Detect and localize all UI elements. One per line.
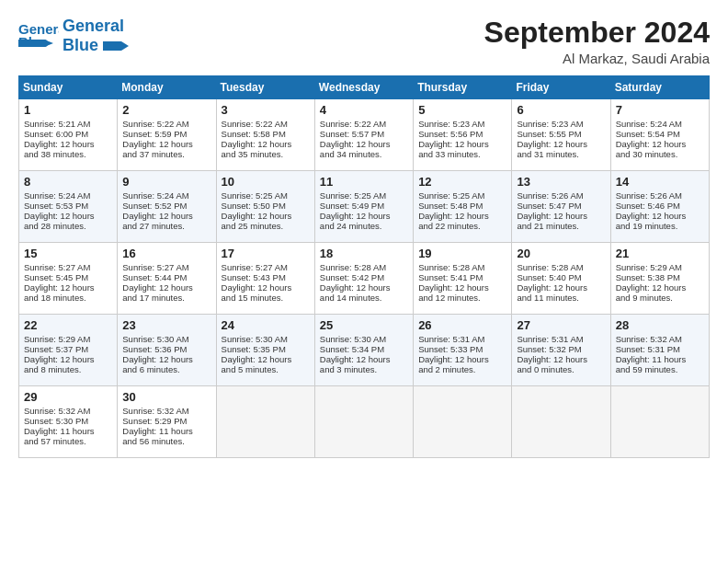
day-cell [414,386,512,458]
sunrise-line: Sunrise: 5:25 AM [418,190,506,201]
sunrise-line: Sunrise: 5:25 AM [320,190,408,201]
sunset-line: Sunset: 5:46 PM [616,201,704,211]
day-number: 5 [418,103,506,117]
daylight-line: Daylight: 12 hours [222,211,310,221]
sunset-line: Sunset: 5:52 PM [122,201,210,211]
sunset-line: Sunset: 5:37 PM [24,344,112,354]
sunset-line: Sunset: 5:57 PM [320,129,408,139]
daylight-line: Daylight: 11 hours [24,426,112,436]
daylight-line: Daylight: 12 hours [24,211,112,221]
day-number: 19 [418,247,506,260]
daylight-minutes-line: and 6 minutes. [122,364,210,374]
daylight-line: Daylight: 12 hours [222,354,310,364]
day-number: 26 [418,318,506,332]
day-cell: 11Sunrise: 5:25 AMSunset: 5:49 PMDayligh… [314,171,413,243]
sunrise-line: Sunrise: 5:29 AM [24,334,112,344]
day-cell: 6Sunrise: 5:23 AMSunset: 5:55 PMDaylight… [512,99,610,171]
day-cell: 18Sunrise: 5:28 AMSunset: 5:42 PMDayligh… [314,243,413,315]
daylight-minutes-line: and 22 minutes. [418,221,506,231]
daylight-minutes-line: and 8 minutes. [24,364,112,374]
daylight-line: Daylight: 12 hours [122,139,210,149]
daylight-line: Daylight: 12 hours [222,282,310,293]
month-title: September 2024 [484,17,710,49]
daylight-minutes-line: and 0 minutes. [517,364,605,374]
daylight-line: Daylight: 12 hours [24,354,112,364]
location-title: Al Markaz, Saudi Arabia [484,51,710,66]
page: General Blue General Blue September 2024… [0,0,728,467]
day-number: 9 [122,175,210,189]
day-number: 25 [320,318,408,332]
sunset-line: Sunset: 5:47 PM [517,201,605,211]
col-saturday: Saturday [610,76,709,99]
sunrise-line: Sunrise: 5:21 AM [24,119,112,129]
logo: General Blue General Blue [18,17,129,54]
sunset-line: Sunset: 5:53 PM [24,201,112,211]
daylight-minutes-line: and 19 minutes. [616,221,704,231]
sunrise-line: Sunrise: 5:32 AM [616,334,704,344]
daylight-line: Daylight: 11 hours [122,426,210,436]
day-cell: 13Sunrise: 5:26 AMSunset: 5:47 PMDayligh… [512,171,610,243]
day-cell: 16Sunrise: 5:27 AMSunset: 5:44 PMDayligh… [118,243,216,315]
sunrise-line: Sunrise: 5:31 AM [517,334,605,344]
day-cell [216,386,314,458]
sunrise-line: Sunrise: 5:22 AM [320,119,408,129]
sunset-line: Sunset: 5:31 PM [616,344,704,354]
day-cell: 17Sunrise: 5:27 AMSunset: 5:43 PMDayligh… [216,243,314,315]
sunrise-line: Sunrise: 5:32 AM [24,406,112,416]
sunset-line: Sunset: 5:35 PM [222,344,310,354]
sunset-line: Sunset: 5:58 PM [222,129,310,139]
day-number: 11 [320,175,408,189]
daylight-line: Daylight: 12 hours [418,282,506,293]
sunset-line: Sunset: 5:41 PM [418,272,506,282]
daylight-line: Daylight: 12 hours [517,282,605,293]
sunset-line: Sunset: 5:33 PM [418,344,506,354]
daylight-line: Daylight: 12 hours [320,354,408,364]
day-cell: 30Sunrise: 5:32 AMSunset: 5:29 PMDayligh… [118,386,216,458]
day-cell: 2Sunrise: 5:22 AMSunset: 5:59 PMDaylight… [118,99,216,171]
daylight-minutes-line: and 5 minutes. [222,364,310,374]
week-row-4: 22Sunrise: 5:29 AMSunset: 5:37 PMDayligh… [19,315,710,386]
day-cell: 26Sunrise: 5:31 AMSunset: 5:33 PMDayligh… [414,315,512,386]
day-cell: 19Sunrise: 5:28 AMSunset: 5:41 PMDayligh… [414,243,512,315]
daylight-minutes-line: and 21 minutes. [517,221,605,231]
sunrise-line: Sunrise: 5:23 AM [418,119,506,129]
daylight-line: Daylight: 12 hours [616,139,704,149]
daylight-line: Daylight: 12 hours [616,282,704,293]
day-cell [610,386,709,458]
day-number: 10 [222,175,310,189]
daylight-minutes-line: and 33 minutes. [418,149,506,159]
daylight-line: Daylight: 12 hours [320,139,408,149]
daylight-minutes-line: and 11 minutes. [517,293,605,303]
day-number: 24 [222,318,310,332]
day-cell: 28Sunrise: 5:32 AMSunset: 5:31 PMDayligh… [610,315,709,386]
sunset-line: Sunset: 6:00 PM [24,129,112,139]
day-number: 21 [616,247,704,260]
header-row: Sunday Monday Tuesday Wednesday Thursday… [19,76,710,99]
daylight-minutes-line: and 56 minutes. [122,436,210,446]
sunrise-line: Sunrise: 5:26 AM [616,190,704,201]
logo-general: General [63,17,129,36]
day-number: 15 [24,247,112,260]
daylight-minutes-line: and 24 minutes. [320,221,408,231]
sunset-line: Sunset: 5:32 PM [517,344,605,354]
day-number: 6 [517,103,605,117]
daylight-minutes-line: and 25 minutes. [222,221,310,231]
day-cell: 7Sunrise: 5:24 AMSunset: 5:54 PMDaylight… [610,99,709,171]
sunset-line: Sunset: 5:43 PM [222,272,310,282]
sunrise-line: Sunrise: 5:29 AM [616,262,704,272]
day-cell: 15Sunrise: 5:27 AMSunset: 5:45 PMDayligh… [19,243,118,315]
daylight-minutes-line: and 18 minutes. [24,293,112,303]
day-number: 20 [517,247,605,260]
week-row-3: 15Sunrise: 5:27 AMSunset: 5:45 PMDayligh… [19,243,710,315]
daylight-line: Daylight: 11 hours [616,354,704,364]
day-cell: 22Sunrise: 5:29 AMSunset: 5:37 PMDayligh… [19,315,118,386]
header: General Blue General Blue September 2024… [18,17,710,66]
sunrise-line: Sunrise: 5:22 AM [222,119,310,129]
sunrise-line: Sunrise: 5:30 AM [320,334,408,344]
daylight-line: Daylight: 12 hours [122,354,210,364]
sunset-line: Sunset: 5:34 PM [320,344,408,354]
daylight-minutes-line: and 15 minutes. [222,293,310,303]
calendar-table: Sunday Monday Tuesday Wednesday Thursday… [18,75,710,458]
daylight-minutes-line: and 9 minutes. [616,293,704,303]
day-number: 12 [418,175,506,189]
